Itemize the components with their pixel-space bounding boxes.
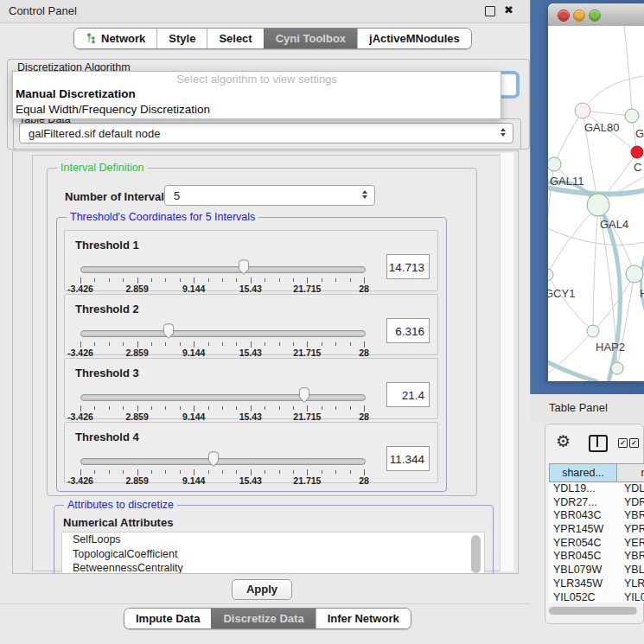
node-GAL80[interactable] <box>575 103 590 118</box>
node-GAL4[interactable] <box>587 194 609 216</box>
attribute-list-item[interactable]: SelfLoops <box>62 532 484 547</box>
threshold-label: Threshold 2 <box>75 303 139 316</box>
column-header-2[interactable]: na <box>617 464 644 481</box>
checkbox-icon[interactable]: ✓ <box>629 438 639 448</box>
table-panel-title: Table Panel <box>549 401 608 414</box>
slider-thumb[interactable] <box>296 386 312 407</box>
table-hscrollbar-thumb[interactable] <box>549 607 637 615</box>
table-row[interactable]: YDR27...YDR2 <box>549 496 644 510</box>
close-icon[interactable]: ✖ <box>504 3 513 16</box>
threshold-value-field[interactable]: 6.316 <box>386 318 430 343</box>
slider-tick <box>137 469 138 475</box>
slider-track[interactable] <box>80 394 366 401</box>
table-data-combobox[interactable]: galFiltered.sif default node <box>19 123 513 143</box>
table-row[interactable]: YLR345WYLR3 <box>549 577 644 591</box>
node[interactable] <box>611 362 623 374</box>
column-header-1[interactable]: shared... <box>550 464 617 481</box>
node-C[interactable] <box>631 146 643 158</box>
table-row[interactable]: YIL052CYIL0 <box>549 591 644 603</box>
table-cell: YBR043C <box>549 509 617 523</box>
slider-track[interactable] <box>80 458 366 465</box>
threshold-label: Threshold 4 <box>75 430 139 443</box>
algorithm-option-manual[interactable]: Manual Discretization <box>13 86 501 102</box>
algorithm-option-equal-width[interactable]: Equal Width/Frequency Discretization <box>13 102 501 118</box>
interval-definition-label: Interval Definition <box>57 162 148 174</box>
tab-cyni-toolbox[interactable]: Cyni Toolbox <box>264 29 357 48</box>
threshold-value-field[interactable]: 14.713 <box>386 254 430 279</box>
table-row[interactable]: YDL19...YDL1 <box>549 482 644 496</box>
close-traffic-light-icon[interactable] <box>558 10 570 22</box>
attribute-list-item[interactable]: TopologicalCoefficient <box>62 547 484 562</box>
slider-thumb[interactable] <box>161 322 176 343</box>
slider-tick <box>80 469 81 475</box>
slider-tick <box>194 341 194 348</box>
network-window-titlebar[interactable] <box>548 3 644 27</box>
tab-jactivemnodules[interactable]: jActiveMNodules <box>357 29 471 48</box>
checkbox-icon[interactable]: ✓ <box>618 438 628 448</box>
node-H[interactable] <box>626 265 643 283</box>
slider-tick-label: 28 <box>336 284 392 294</box>
table-cell: YLR3 <box>617 577 644 591</box>
slider-tick <box>208 406 209 410</box>
slider-track[interactable] <box>80 330 366 337</box>
split-columns-icon[interactable] <box>589 435 608 452</box>
table-cell: YER054C <box>549 537 617 551</box>
slider-tick <box>335 470 336 474</box>
threshold-slider[interactable]: -3.4262.8599.14415.4321.71528 <box>80 263 364 290</box>
slider-track[interactable] <box>80 266 366 273</box>
threshold-value-field[interactable]: 21.4 <box>386 382 430 407</box>
slider-thumb[interactable] <box>236 258 252 279</box>
node-GAL11[interactable] <box>548 157 561 171</box>
tab-select[interactable]: Select <box>207 29 263 48</box>
table-cell: YBR045C <box>549 550 617 564</box>
slider-tick <box>123 342 124 346</box>
tab-discretize-data[interactable]: Discretize Data <box>211 609 315 628</box>
zoom-traffic-light-icon[interactable] <box>589 10 601 22</box>
slider-tick-label: -3.426 <box>53 348 108 358</box>
slider-tick <box>307 469 308 475</box>
table-cell: YLR345W <box>549 577 617 591</box>
slider-tick <box>322 342 322 346</box>
table-hscrollbar-track[interactable] <box>549 606 641 616</box>
threshold-slider[interactable]: -3.4262.8599.14415.4321.71528 <box>80 391 364 418</box>
node-GA[interactable] <box>625 109 639 123</box>
table-row[interactable]: YBR045CYBR0 <box>549 550 644 564</box>
gear-icon[interactable]: ⚙ <box>556 431 571 450</box>
minimize-traffic-light-icon[interactable] <box>573 10 585 22</box>
slider-tick <box>236 470 237 474</box>
number-of-intervals-combobox[interactable]: 5 <box>164 185 375 206</box>
slider-tick <box>109 470 110 474</box>
slider-tick-label: 9.144 <box>166 348 221 358</box>
node-HAP2[interactable] <box>587 325 599 337</box>
slider-tick <box>194 405 194 411</box>
network-canvas[interactable]: GAL80GACGAL11GAL4GCY1HHAP2 <box>548 26 644 381</box>
float-window-icon[interactable] <box>485 6 495 16</box>
threshold-slider[interactable]: -3.4262.8599.14415.4321.71528 <box>80 327 364 354</box>
apply-button[interactable]: Apply <box>232 579 292 600</box>
slider-tick <box>208 342 209 346</box>
slider-tick <box>279 406 280 410</box>
slider-tick <box>94 406 95 410</box>
table-row[interactable]: YPR145WYPR1 <box>549 523 644 537</box>
tab-style[interactable]: Style <box>156 29 207 48</box>
slider-tick-label: 15.43 <box>223 348 278 358</box>
threshold-slider[interactable]: -3.4262.8599.14415.4321.71528 <box>80 455 364 482</box>
numerical-attributes-list[interactable]: SelfLoopsTopologicalCoefficientBetweenne… <box>61 532 485 574</box>
table-row[interactable]: YBL079WYBL0 <box>549 564 644 577</box>
threshold-value-field[interactable]: 11.344 <box>386 446 430 471</box>
node-label: GCY1 <box>548 287 575 300</box>
algorithm-dropdown-popup: Select algorithm to view settings Manual… <box>12 71 501 119</box>
attribute-list-item[interactable]: BetweennessCentrality <box>62 561 484 574</box>
slider-tick <box>293 470 294 474</box>
attributes-list-scrollbar[interactable] <box>471 535 481 573</box>
slider-tick <box>123 406 124 410</box>
tab-network[interactable]: Network <box>74 29 156 48</box>
table-row[interactable]: YER054CYER0 <box>549 537 644 551</box>
settings-scrollbar-track[interactable] <box>500 153 513 571</box>
tab-infer-network[interactable]: Infer Network <box>316 609 411 628</box>
tab-impute-data[interactable]: Impute Data <box>124 609 211 628</box>
table-row[interactable]: YBR043CYBR0 <box>549 509 644 523</box>
slider-thumb[interactable] <box>206 450 221 471</box>
node-GCY1[interactable] <box>548 269 553 281</box>
bottom-tab-bar: Impute DataDiscretize DataInfer Network <box>124 608 411 629</box>
